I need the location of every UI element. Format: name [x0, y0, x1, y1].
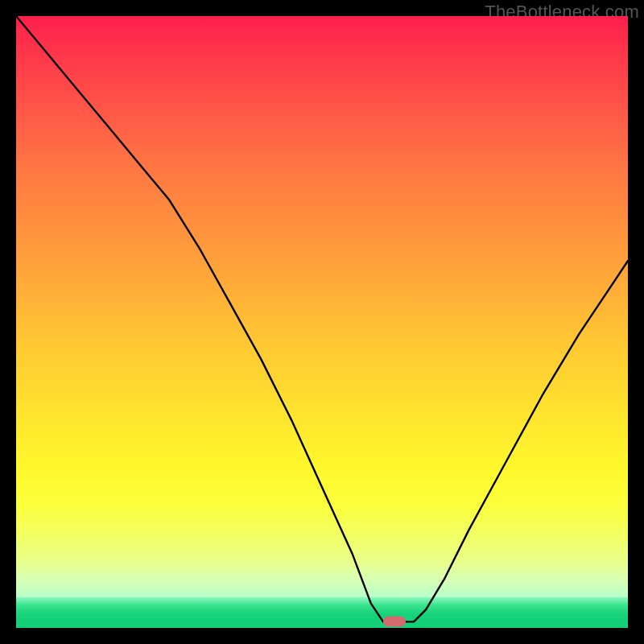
optimal-marker: [383, 617, 406, 627]
plot-area: [16, 16, 628, 628]
chart-frame: TheBottleneck.com: [0, 0, 644, 644]
bottleneck-curve: [16, 16, 628, 628]
